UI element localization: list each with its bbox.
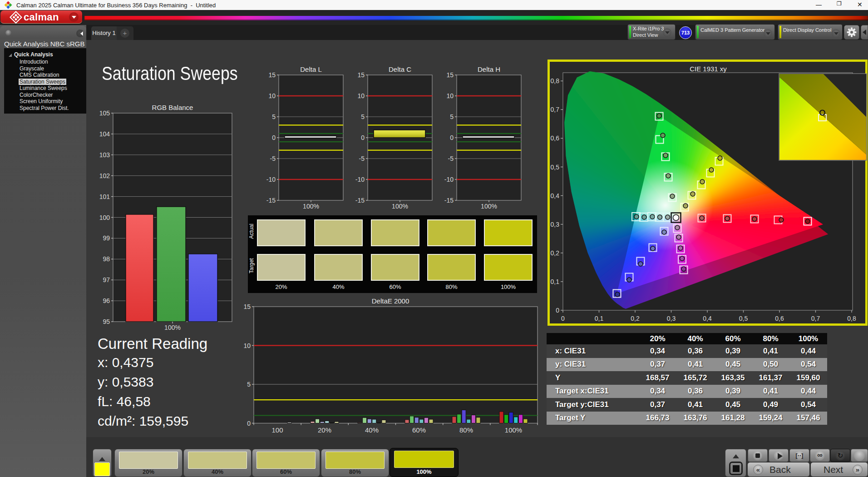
svg-text:0,5: 0,5 [739,315,748,322]
svg-text:0,7: 0,7 [811,315,820,322]
svg-text:0,2: 0,2 [551,249,560,257]
svg-text:0,6: 0,6 [775,315,784,322]
svg-text:0,8: 0,8 [551,77,560,84]
svg-text:0,3: 0,3 [551,221,560,228]
svg-text:0,4: 0,4 [703,315,712,322]
svg-text:0,3: 0,3 [667,315,676,322]
svg-text:0: 0 [556,307,559,314]
svg-text:0,1: 0,1 [595,315,604,322]
svg-text:0,6: 0,6 [551,134,560,142]
svg-text:0,5: 0,5 [551,164,560,171]
svg-text:0,7: 0,7 [551,106,560,113]
svg-text:0,4: 0,4 [551,192,560,199]
svg-text:0,2: 0,2 [631,315,640,322]
svg-text:0,8: 0,8 [847,315,856,322]
svg-text:CIE 1931 xy: CIE 1931 xy [690,65,727,73]
svg-text:0,1: 0,1 [551,278,560,285]
svg-text:0: 0 [561,315,565,322]
